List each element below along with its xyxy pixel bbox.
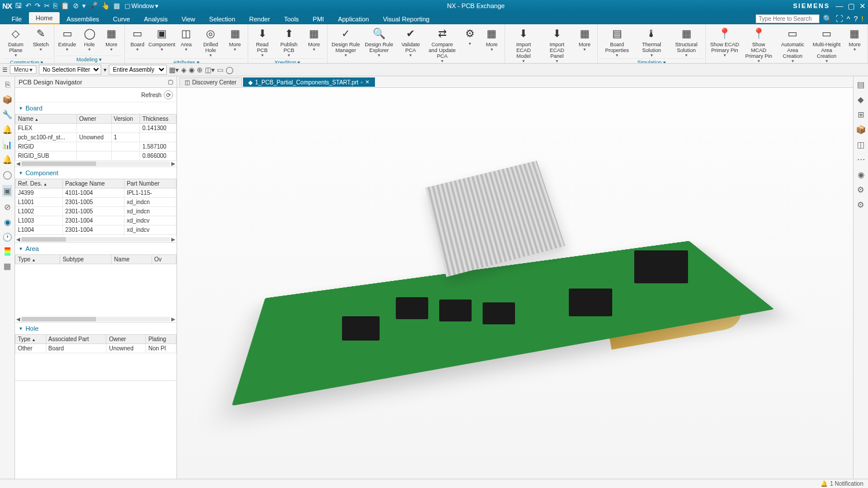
close-tab-icon[interactable]: ✕ xyxy=(365,79,370,85)
fullscreen-icon[interactable]: ⛶ xyxy=(836,14,843,23)
save-icon[interactable]: 🖫 xyxy=(15,2,22,10)
rail-icon[interactable]: ▤ xyxy=(857,80,865,89)
ribbon-button[interactable]: ✎Sketch▼ xyxy=(31,25,52,53)
tab-analysis[interactable]: Analysis xyxy=(137,13,175,24)
table-row[interactable]: L10012301-1005xd_indcn xyxy=(16,198,176,207)
ribbon-button[interactable]: ▣Component▼ xyxy=(149,25,175,53)
table-header[interactable]: Type▲ xyxy=(16,255,60,264)
area-table[interactable]: Type▲SubtypeNameOv xyxy=(15,254,176,264)
ribbon-button[interactable]: ⬇Import ECAD Panel▼ xyxy=(541,25,573,64)
selection-filter-dropdown[interactable]: No Selection Filter xyxy=(39,65,101,75)
rail-icon[interactable]: 🔔 xyxy=(2,125,12,134)
ribbon-button[interactable]: ▦Structural Solution▼ xyxy=(670,25,703,58)
component-table[interactable]: Ref. Des.▲Package NamePart NumberJ439941… xyxy=(15,179,176,236)
table-header[interactable]: Type▲ xyxy=(16,335,46,344)
rail-icon[interactable]: ⚙ xyxy=(857,185,865,194)
area-hscroll[interactable]: ◀▶ xyxy=(15,316,176,322)
rail-icon[interactable]: 📦 xyxy=(856,125,866,134)
table-row[interactable]: OtherBoardUnownedNon Pl xyxy=(16,344,176,353)
tab-selection[interactable]: Selection xyxy=(202,13,242,24)
ribbon-button[interactable]: ▦More▼ xyxy=(574,25,595,53)
ribbon-button[interactable]: ▦More▼ xyxy=(101,25,122,53)
paste-icon[interactable]: 📋 xyxy=(61,2,69,10)
table-row[interactable]: RIGID1.587100 xyxy=(16,142,176,151)
tab-render[interactable]: Render xyxy=(242,13,277,24)
copy-icon[interactable]: ⎘ xyxy=(53,2,57,10)
hole-table[interactable]: Type▲Associated PartOwnerPlatingOtherBoa… xyxy=(15,334,176,353)
rail-icon[interactable]: 📦 xyxy=(2,95,12,104)
undo-icon[interactable]: ↶ xyxy=(25,2,31,10)
sel-icon[interactable]: ◯ xyxy=(226,66,233,74)
ribbon-button[interactable]: ▭Automatic Area Creation▼ xyxy=(776,25,809,64)
mic-icon[interactable]: 🎤 xyxy=(89,2,98,10)
section-header-area[interactable]: ▼Area xyxy=(15,243,176,254)
rail-icon[interactable]: ⊞ xyxy=(858,110,865,119)
table-header[interactable]: Name xyxy=(112,255,152,264)
table-row[interactable]: pcb_sc100-nf_st...Unowned1 xyxy=(16,133,176,142)
ribbon-button[interactable]: ⬇Read PCB▼ xyxy=(251,25,274,58)
touch-icon[interactable]: 👆 xyxy=(101,2,110,10)
component-hscroll[interactable]: ◀▶ xyxy=(15,236,176,242)
table-row[interactable]: FLEX0.141300 xyxy=(16,124,176,133)
ribbon-button[interactable]: 📍Show MCAD Primary Pin▼ xyxy=(742,25,775,64)
tab-file[interactable]: File xyxy=(5,13,29,24)
ribbon-button[interactable]: ◫Area▼ xyxy=(176,25,197,53)
sel-icon[interactable]: ⊕ xyxy=(197,66,203,74)
minimize-icon[interactable]: — xyxy=(836,2,843,10)
ribbon-button[interactable]: ✓Design Rule Manager▼ xyxy=(330,25,362,58)
qat-icon[interactable]: ⊘ xyxy=(73,2,79,10)
table-row[interactable]: RIGID_SUB0.866000 xyxy=(16,151,176,161)
rail-icon[interactable]: 📊 xyxy=(2,140,12,149)
ribbon-button[interactable]: ⚙▼ xyxy=(459,25,480,47)
table-header[interactable]: Owner xyxy=(106,335,146,344)
table-header[interactable]: Thickness xyxy=(139,114,176,124)
ribbon-button[interactable]: ▦More▼ xyxy=(304,25,325,53)
sel-icon[interactable]: ◉ xyxy=(189,66,194,74)
sel-icon[interactable]: ◈ xyxy=(181,66,186,74)
menu-button[interactable]: Menu▾ xyxy=(10,65,36,74)
ribbon-button[interactable]: ◎Drilled Hole▼ xyxy=(198,25,223,58)
ribbon-button[interactable]: 📍Show ECAD Primary Pin▼ xyxy=(708,25,741,58)
tab-visual-reporting[interactable]: Visual Reporting xyxy=(376,13,437,24)
command-search-input[interactable] xyxy=(756,14,819,23)
help-icon[interactable]: ? xyxy=(854,14,858,23)
table-header[interactable]: Package Name xyxy=(62,179,124,188)
table-header[interactable]: Ref. Des.▲ xyxy=(16,179,63,188)
table-header[interactable]: Part Number xyxy=(124,179,176,188)
ribbon-button[interactable]: ◇Datum Plane▼ xyxy=(2,25,30,58)
ribbon-button[interactable]: ▭Board▼ xyxy=(127,25,148,53)
table-row[interactable]: J43994101-1004IPL1-115- xyxy=(16,188,176,198)
table-row[interactable]: L10032301-1004xd_indcv xyxy=(16,216,176,225)
ribbon-button[interactable]: ⇄Compare and Update PCA▼ xyxy=(426,25,458,64)
table-row[interactable]: L10042301-1004xd_indcv xyxy=(16,225,176,235)
window-menu[interactable]: ▢ Window ▾ xyxy=(124,2,159,10)
rail-icon[interactable]: ⋯ xyxy=(857,155,865,164)
hamburger-icon[interactable]: ☰ xyxy=(2,66,8,73)
table-header[interactable]: Plating xyxy=(146,335,176,344)
close-icon[interactable]: ✕ xyxy=(859,2,866,10)
notification-text[interactable]: 1 Notification xyxy=(830,480,863,487)
restore-icon[interactable]: ▢ xyxy=(848,2,855,10)
section-header-hole[interactable]: ▼Hole xyxy=(15,323,176,334)
section-header-board[interactable]: ▼Board xyxy=(15,102,176,114)
section-header-component[interactable]: ▼Component xyxy=(15,167,176,179)
tab-assemblies[interactable]: Assemblies xyxy=(60,13,106,24)
tab-pmi[interactable]: PMI xyxy=(306,13,331,24)
sel-icon[interactable]: ▭ xyxy=(217,66,223,74)
layout-icon[interactable]: ▦ xyxy=(113,2,120,10)
ribbon-button[interactable]: ✔Validate PCA▼ xyxy=(396,25,425,58)
collapse-ribbon-icon[interactable]: ^ xyxy=(847,14,850,23)
tab-curve[interactable]: Curve xyxy=(106,13,137,24)
ribbon-button[interactable]: ▤Board Properties▼ xyxy=(600,25,634,58)
sel-icon[interactable]: ◫▾ xyxy=(205,66,215,74)
rail-icon[interactable]: ⚙ xyxy=(857,200,865,209)
ribbon-button[interactable]: 🌡Thermal Solution▼ xyxy=(635,25,668,58)
selection-scope-dropdown[interactable]: Entire Assembly xyxy=(109,65,167,75)
board-hscroll[interactable]: ◀▶ xyxy=(15,161,176,167)
ribbon-button[interactable]: ▭Multi-Height Area Creation▼ xyxy=(810,25,843,64)
doc-tab-part[interactable]: ◆ 1_PCB_Partial_Components_START.prt ▫ ✕ xyxy=(243,77,375,87)
table-header[interactable]: Owner xyxy=(76,114,111,124)
table-header[interactable]: Subtype xyxy=(60,255,112,264)
ribbon-button[interactable]: 🔍Design Rule Explorer▼ xyxy=(363,25,395,58)
rail-icon[interactable]: ◫ xyxy=(857,140,865,149)
